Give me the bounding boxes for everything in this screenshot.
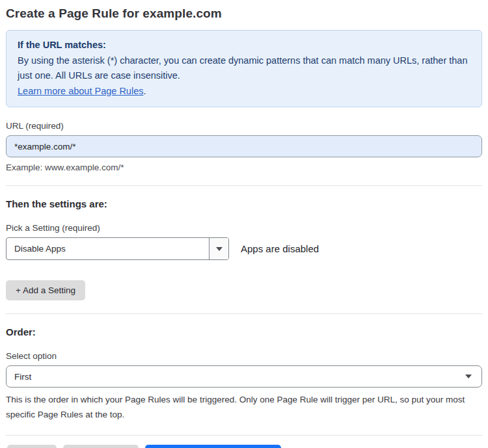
add-setting-button[interactable]: + Add a Setting	[6, 280, 85, 300]
divider	[6, 185, 482, 186]
url-field-label: URL (required)	[6, 121, 482, 131]
cancel-button[interactable]: Cancel	[7, 445, 57, 448]
info-box-body: By using the asterisk (*) character, you…	[18, 53, 470, 84]
info-box-body-text: By using the asterisk (*) character, you…	[18, 55, 468, 81]
page-title: Create a Page Rule for example.com	[6, 7, 482, 21]
url-example-text: Example: www.example.com/*	[6, 163, 482, 172]
setting-select[interactable]: Disable Apps	[6, 237, 229, 260]
setting-status-text: Apps are disabled	[241, 243, 319, 254]
info-box-link-line: Learn more about Page Rules.	[18, 84, 470, 99]
chevron-down-icon	[216, 247, 223, 251]
learn-more-link[interactable]: Learn more about Page Rules	[18, 86, 143, 96]
save-as-draft-button[interactable]: Save as Draft	[63, 445, 139, 448]
divider	[6, 313, 482, 314]
order-help-text: This is the order in which your Page Rul…	[6, 392, 465, 422]
settings-section-heading: Then the settings are:	[6, 198, 482, 209]
divider	[6, 435, 482, 436]
order-section-heading: Order:	[6, 326, 482, 337]
order-select-value: First	[14, 372, 31, 382]
url-match-info-box: If the URL matches: By using the asteris…	[6, 30, 482, 107]
save-and-deploy-button[interactable]: Save and Deploy Page Rule	[145, 445, 282, 448]
info-box-heading: If the URL matches:	[18, 38, 470, 53]
order-select[interactable]: First	[6, 365, 482, 388]
link-period: .	[143, 86, 146, 96]
setting-row: Disable Apps Apps are disabled	[6, 237, 482, 260]
chevron-down-icon	[465, 375, 472, 378]
order-select-label: Select option	[6, 351, 482, 361]
footer-actions: Cancel Save as Draft Save and Deploy Pag…	[6, 445, 482, 448]
url-input[interactable]	[6, 135, 482, 157]
pick-setting-label: Pick a Setting (required)	[6, 223, 482, 233]
setting-select-value: Disable Apps	[7, 238, 209, 259]
setting-select-arrow-button[interactable]	[209, 238, 228, 259]
